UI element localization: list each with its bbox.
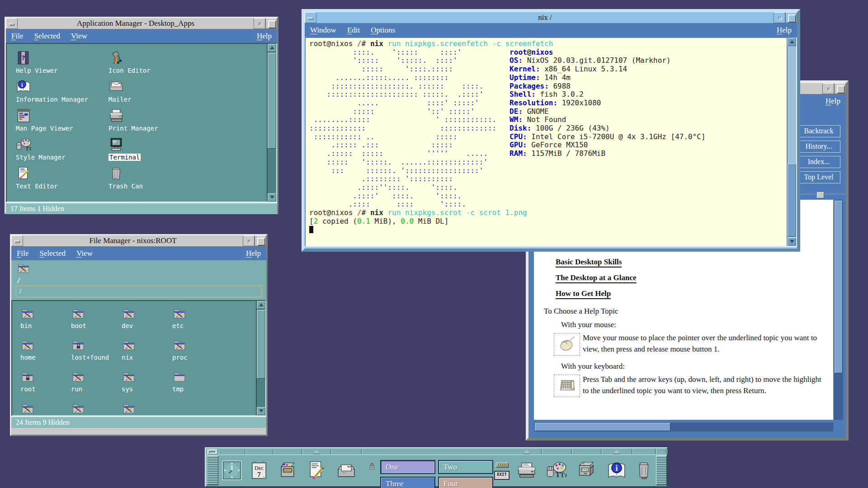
index-button[interactable]: Index... xyxy=(797,156,840,168)
scroll-up-arrow[interactable] xyxy=(268,44,276,52)
help-horizontal-scrollbar[interactable] xyxy=(534,422,833,432)
folder-proc[interactable]: proc xyxy=(172,340,223,371)
subpanel-arrow[interactable] xyxy=(613,450,620,454)
terminal-scrollbar[interactable] xyxy=(787,38,796,246)
menu-view[interactable]: View xyxy=(76,249,93,258)
menu-selected[interactable]: Selected xyxy=(39,249,66,258)
workspace-four[interactable]: Four xyxy=(438,477,493,488)
panel-menu-button[interactable] xyxy=(207,449,218,455)
panel-help-book-icon[interactable]: i xyxy=(602,455,632,486)
scroll-up-arrow[interactable] xyxy=(257,301,265,309)
app-item-man-page-viewer[interactable]: Man Page Viewer xyxy=(16,108,108,137)
workspace-three[interactable]: Three xyxy=(380,477,435,488)
panel-grip-handle[interactable] xyxy=(656,455,667,485)
terminal-icon xyxy=(108,137,124,152)
minimize-button[interactable] xyxy=(243,235,255,246)
maximize-button[interactable] xyxy=(785,12,797,23)
window-menu-button[interactable] xyxy=(11,235,23,246)
menu-help[interactable]: Help xyxy=(246,249,261,258)
maximize-button[interactable] xyxy=(255,235,266,246)
path-field[interactable]: / xyxy=(16,286,262,297)
minimize-button[interactable] xyxy=(822,83,834,94)
panel-clock-icon[interactable] xyxy=(219,455,245,486)
folder-etc[interactable]: etc xyxy=(172,308,223,340)
folder-dev[interactable]: dev xyxy=(122,308,172,340)
menu-file[interactable]: File xyxy=(17,249,28,258)
scroll-up-arrow[interactable] xyxy=(788,38,796,46)
folder-tmp[interactable]: tmp xyxy=(172,371,223,403)
menu-file[interactable]: File xyxy=(11,32,23,41)
maximize-button[interactable] xyxy=(834,83,846,94)
panel-calendar-icon[interactable]: Dec7 xyxy=(245,455,273,486)
current-folder[interactable]: / xyxy=(11,260,266,285)
panel-grip-handle[interactable] xyxy=(207,455,218,485)
file-manager-titlebar[interactable]: File Manager - nixos:ROOT xyxy=(11,235,266,247)
minimize-button[interactable] xyxy=(254,18,265,29)
panel-mail-icon[interactable] xyxy=(331,455,361,486)
menu-options[interactable]: Options xyxy=(371,26,395,35)
help-link-how-to-get-help[interactable]: How to Get Help xyxy=(556,289,611,299)
keyboard-figure xyxy=(554,375,580,397)
workspace-one[interactable]: One xyxy=(380,460,435,474)
panel-trash-icon[interactable] xyxy=(632,455,655,486)
file-manager-scrollbar[interactable] xyxy=(256,301,265,415)
folder-lost+found[interactable]: lost+found xyxy=(71,340,122,371)
folder-item[interactable] xyxy=(20,403,71,415)
app-item-text-editor[interactable]: Text Editor xyxy=(16,166,108,195)
panel-text-note-icon[interactable] xyxy=(302,455,330,486)
app-item-help-viewer[interactable]: ?Help Viewer xyxy=(16,50,108,79)
app-item-style-manager[interactable]: TTTStyle Manager xyxy=(16,137,108,166)
menu-edit[interactable]: Edit xyxy=(347,26,360,35)
app-manager-titlebar[interactable]: Application Manager - Desktop_Apps xyxy=(6,18,277,29)
maximize-button[interactable] xyxy=(265,18,277,29)
app-item-icon-editor[interactable]: Icon Editor xyxy=(108,50,267,79)
app-item-trash-can[interactable]: Trash Can xyxy=(108,166,267,195)
panel-file-cabinet-icon[interactable] xyxy=(274,455,302,486)
terminal-screen[interactable]: root@nixos /# nix run nixpkgs.screenfetc… xyxy=(305,37,797,247)
folder-nix[interactable]: nix xyxy=(122,340,172,371)
menu-help[interactable]: Help xyxy=(257,32,272,41)
scroll-down-arrow[interactable] xyxy=(268,193,276,202)
history-button[interactable]: History... xyxy=(797,141,840,153)
workspace-two[interactable]: Two xyxy=(438,460,493,474)
terminal-titlebar[interactable]: nix / xyxy=(305,12,797,23)
help-link-the-desktop-at-a-glance[interactable]: The Desktop at a Glance xyxy=(556,273,637,283)
menu-help[interactable]: Help xyxy=(826,97,840,106)
folder-root[interactable]: root xyxy=(20,371,71,403)
minimize-button[interactable] xyxy=(774,12,785,23)
exit-button[interactable]: EXIT xyxy=(494,471,509,480)
folder-item[interactable] xyxy=(122,403,172,415)
menu-view[interactable]: View xyxy=(71,32,87,41)
app-item-mailer[interactable]: Mailer xyxy=(108,79,267,108)
app-item-print-manager[interactable]: Print Manager xyxy=(108,108,267,137)
help-vertical-scrollbar[interactable] xyxy=(834,200,843,420)
top-level-button[interactable]: Top Level xyxy=(797,171,840,183)
scroll-down-arrow[interactable] xyxy=(788,238,796,246)
folder-sys[interactable]: sys xyxy=(122,371,172,403)
app-item-terminal[interactable]: Terminal xyxy=(108,137,267,166)
panel-printer-icon[interactable] xyxy=(512,455,541,486)
menu-selected[interactable]: Selected xyxy=(34,32,60,41)
backtrack-button[interactable]: Backtrack xyxy=(797,125,840,137)
window-menu-button[interactable] xyxy=(6,18,18,29)
screen-lock[interactable] xyxy=(368,461,377,474)
scroll-down-arrow[interactable] xyxy=(257,407,265,415)
panel-applications-icon[interactable] xyxy=(572,455,601,486)
help-link-basic-desktop-skills[interactable]: Basic Desktop Skills xyxy=(556,258,622,267)
trash-can-icon xyxy=(108,166,124,181)
app-manager-scrollbar[interactable] xyxy=(267,44,276,202)
panel-style-panel-icon[interactable]: TTT xyxy=(542,455,571,486)
menu-window[interactable]: Window xyxy=(310,26,336,35)
folder-boot[interactable]: boot xyxy=(71,308,122,340)
folder-bin[interactable]: bin xyxy=(20,308,71,340)
text-note-icon xyxy=(307,460,326,480)
folder-home[interactable]: home xyxy=(20,340,71,371)
subpanel-arrow[interactable] xyxy=(523,450,530,454)
menu-help[interactable]: Help xyxy=(777,26,792,35)
window-menu-button[interactable] xyxy=(305,12,316,23)
subpanel-arrow[interactable] xyxy=(313,450,320,454)
app-item-information-manager[interactable]: iInformation Manager xyxy=(16,79,108,108)
folder-run[interactable]: run xyxy=(71,371,122,403)
style-manager-icon: TTT xyxy=(16,137,31,152)
folder-item[interactable] xyxy=(71,403,122,415)
